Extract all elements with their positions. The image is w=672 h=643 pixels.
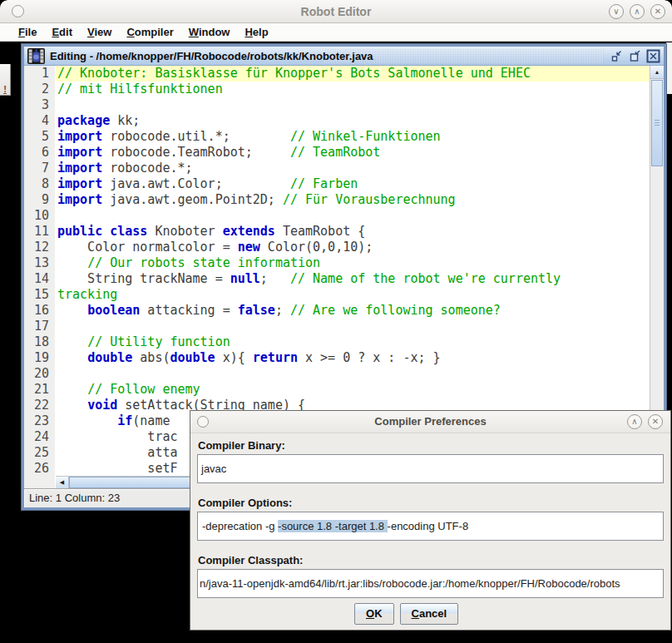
line-number: 18	[24, 334, 55, 350]
line-number: 22	[24, 398, 55, 413]
minimize-icon[interactable]: ∨	[609, 4, 624, 19]
code-line[interactable]: // mit Hilfsfunktionen	[56, 82, 650, 97]
line-number: 11	[24, 224, 55, 240]
editor-frame-title: Editing - /home/knopper/FH/Robocode/robo…	[50, 50, 373, 62]
code-line[interactable]	[56, 208, 650, 224]
line-number: 14	[24, 271, 55, 287]
compiler-classpath-input[interactable]: n/java-11-openjdk-amd64/lib/rt.jar:libs/…	[197, 569, 664, 598]
compiler-options-input[interactable]: -deprecation -g -source 1.8 -target 1.8 …	[197, 512, 664, 541]
line-number: 2	[24, 82, 55, 97]
maximize-icon[interactable]: ∧	[630, 4, 645, 19]
code-line[interactable]: package kk;	[56, 113, 650, 129]
code-line[interactable]: // Utility function	[56, 334, 650, 350]
menu-view[interactable]: View	[80, 23, 119, 41]
code-line[interactable]: public class Knoboter extends TeamRobot …	[56, 224, 650, 240]
frame-iconify-icon[interactable]	[610, 49, 624, 63]
dialog-shade-icon[interactable]: ∧	[627, 414, 642, 429]
compiler-classpath-label: Compiler Classpath:	[198, 554, 303, 566]
line-number: 7	[24, 161, 55, 176]
frame-close-icon[interactable]	[646, 49, 660, 63]
robot-editor-window: Robot Editor ∨ ∧ ✕ File Edit View Compil…	[0, 0, 672, 643]
dialog-menu-button[interactable]	[197, 416, 209, 428]
line-number: 8	[24, 176, 55, 192]
dialog-titlebar[interactable]: Compiler Preferences ∧ ✕	[190, 411, 670, 433]
menu-file[interactable]: File	[11, 23, 44, 41]
editor-frame-titlebar[interactable]: Editing - /home/knopper/FH/Robocode/robo…	[24, 47, 664, 66]
scroll-left-icon[interactable]: ◀	[56, 477, 69, 488]
line-number: 12	[24, 240, 55, 255]
code-line[interactable]: import java.awt.geom.Point2D; // Für Vor…	[56, 192, 650, 208]
menubar: File Edit View Compiler Window Help	[0, 23, 672, 42]
line-number-gutter: 1234567891011121314151617181920212223242…	[24, 66, 55, 488]
options-text: -deprecation -g	[202, 520, 278, 532]
code-line[interactable]: // Follow enemy	[56, 382, 650, 398]
line-number: 10	[24, 208, 55, 224]
line-number: 25	[24, 445, 55, 461]
line-number: 3	[24, 97, 55, 113]
menu-help[interactable]: Help	[237, 23, 275, 41]
background-window-sliver-right	[666, 42, 672, 94]
code-line[interactable]: // Knoboter: Basisklasse für Knopper's B…	[56, 66, 650, 82]
compiler-preferences-dialog: Compiler Preferences ∧ ✕ Compiler Binary…	[190, 410, 671, 631]
line-number: 1	[24, 66, 55, 82]
code-line[interactable]: import robocode.TeamRobot; // TeamRobot	[56, 145, 650, 161]
options-text-after: -encoding UTF-8	[388, 520, 469, 532]
code-line[interactable]	[56, 319, 650, 334]
line-number: 16	[24, 303, 55, 319]
frame-controls	[610, 49, 660, 63]
line-number: 9	[24, 192, 55, 208]
line-number: 17	[24, 319, 55, 334]
code-line[interactable]: import java.awt.Color; // Farben	[56, 176, 650, 192]
line-number: 5	[24, 129, 55, 145]
line-number: 21	[24, 382, 55, 398]
code-line[interactable]	[56, 366, 650, 382]
scroll-up-icon[interactable]: ▲	[650, 66, 664, 79]
code-line[interactable]: double abs(double x){ return x >= 0 ? x …	[56, 350, 650, 366]
main-titlebar: Robot Editor ∨ ∧ ✕	[0, 0, 672, 23]
cancel-button[interactable]: Cancel	[400, 603, 459, 625]
menu-window[interactable]: Window	[181, 23, 238, 41]
code-line[interactable]: String trackName = null; // Name of the …	[56, 271, 650, 287]
menu-edit[interactable]: Edit	[44, 23, 80, 41]
window-title: Robot Editor	[0, 0, 672, 23]
line-number: 19	[24, 350, 55, 366]
robot-icon	[27, 47, 45, 65]
code-line[interactable]: import robocode.util.*; // Winkel-Funkti…	[56, 129, 650, 145]
line-number: 26	[24, 461, 55, 477]
line-number: 4	[24, 113, 55, 129]
frame-maximize-icon[interactable]	[628, 49, 642, 63]
dialog-button-row: OK Cancel	[354, 603, 458, 625]
compiler-options-label: Compiler Options:	[198, 497, 292, 509]
line-number: 24	[24, 429, 55, 445]
dialog-title: Compiler Preferences	[190, 411, 670, 433]
menu-compiler[interactable]: Compiler	[119, 23, 180, 41]
code-line[interactable]: import robocode.*;	[56, 161, 650, 176]
line-number: 13	[24, 255, 55, 271]
close-icon[interactable]: ✕	[650, 4, 665, 19]
compiler-binary-input[interactable]: javac	[197, 454, 664, 483]
scrollbar-grip	[655, 120, 660, 126]
code-line[interactable]: // Our robots state information	[56, 255, 650, 271]
line-number: 20	[24, 366, 55, 382]
dialog-close-icon[interactable]: ✕	[648, 414, 663, 429]
vertical-scrollbar-thumb[interactable]	[651, 80, 663, 166]
code-line[interactable]	[56, 97, 650, 113]
code-line[interactable]: tracking	[56, 287, 650, 303]
options-selected-text: -source 1.8 -target 1.8	[278, 520, 388, 532]
background-window-sliver: !	[0, 64, 11, 96]
code-line[interactable]: Color normalcolor = new Color(0,0,10);	[56, 240, 650, 255]
code-line[interactable]: boolean attacking = false; // Are we fol…	[56, 303, 650, 319]
line-number: 6	[24, 145, 55, 161]
compiler-binary-label: Compiler Binary:	[198, 439, 285, 452]
ok-button[interactable]: OK	[354, 603, 394, 625]
line-number: 15	[24, 287, 55, 303]
line-number: 23	[24, 413, 55, 429]
